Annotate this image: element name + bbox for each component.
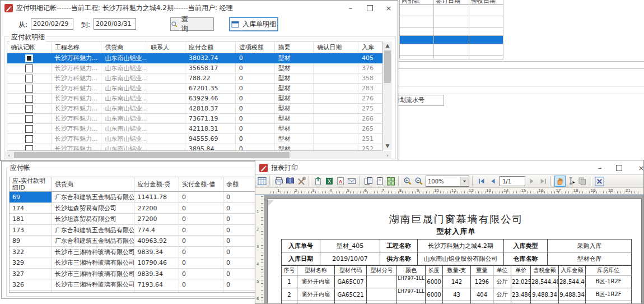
col-header[interactable]: 余额 [223, 177, 255, 192]
inbound-detail-button[interactable]: 入库单明细 [229, 17, 278, 31]
account-row[interactable]: 89广东合和建筑五金制品有限公司40963.9200 [10, 236, 255, 247]
background-grid-row[interactable] [400, 56, 503, 59]
account-row[interactable]: 69广东合和建筑五金制品有限公司11411.7800 [10, 192, 255, 203]
chevron-down-icon[interactable] [460, 177, 469, 186]
multi-page-layout-icon[interactable] [385, 176, 396, 187]
background-grid-row[interactable] [400, 16, 503, 27]
payable-row[interactable]: 长沙万科魅力...山东南山铝业...35658.170型材376 [7, 63, 382, 73]
datasheet-icon[interactable] [256, 176, 268, 187]
pdf-export-icon[interactable]: A [335, 176, 346, 187]
confirm-checkbox[interactable] [25, 95, 33, 103]
maximize-icon [616, 165, 622, 171]
confirm-checkbox[interactable] [25, 135, 33, 143]
zoom-level-combo[interactable]: 100% [426, 176, 469, 187]
confirm-checkbox[interactable] [25, 145, 33, 151]
col-header[interactable]: 应-实付款明细ID [10, 177, 52, 192]
close-preview-icon[interactable] [594, 176, 605, 187]
minimize-button[interactable]: – [342, 1, 360, 15]
payable-row[interactable]: 长沙万科魅力...山东南山铝业...73671.190型材266 [7, 114, 382, 124]
col-header[interactable]: 摘要 [275, 42, 314, 53]
scroll-left-icon[interactable]: ‹ [5, 151, 13, 159]
close-button[interactable]: × [380, 1, 398, 15]
confirm-checkbox[interactable] [25, 125, 33, 133]
book-icon[interactable] [284, 176, 296, 187]
app-pen-icon [4, 4, 13, 12]
col-header[interactable]: 签订日期 [434, 0, 469, 5]
col-header[interactable]: 确认记帐 [7, 42, 52, 53]
col-header[interactable]: 实付金额-借 [179, 177, 223, 192]
payable-row[interactable]: 长沙万科魅力...山东南山铝业...67201.350型材283 [7, 84, 382, 94]
account-row[interactable]: 327长沙市三湘特种玻璃有限公司9839.3400 [10, 269, 255, 280]
first-page-icon[interactable] [476, 176, 487, 187]
account-row[interactable]: 181长沙坦森贸易有限公司2720000 [10, 214, 255, 225]
account-row[interactable]: 长沙市三湘特种玻璃有限公司 [10, 291, 255, 293]
background-grid-row[interactable] [400, 44, 503, 56]
hand-pan-icon[interactable] [554, 176, 566, 187]
col-header[interactable]: 联系人 [147, 42, 185, 53]
col-header[interactable]: 入库 [358, 42, 382, 53]
query-button[interactable]: 查 询 [170, 17, 214, 31]
account-row[interactable]: 326长沙市三湘特种玻璃有限公司7193.6400 [10, 279, 255, 291]
scrollbar-thumb[interactable] [14, 152, 290, 158]
to-date-combo[interactable]: 2020/03/31 [94, 18, 136, 30]
report-info-body: 入库单号型材_405工程名称长沙万科魅力之城4.2期入库类型采购入库入库日期20… [282, 239, 632, 265]
copy-icon[interactable] [577, 176, 588, 187]
confirm-checkbox[interactable] [25, 115, 33, 123]
background-grid-row[interactable] [400, 27, 503, 36]
confirm-checkbox[interactable] [25, 105, 33, 113]
payable-row[interactable]: 长沙万科魅力...山东南山铝业...94555.690型材251 [7, 134, 382, 144]
account-row[interactable]: 329长沙市三湘特种玻璃有限公司10790.4600 [10, 257, 255, 269]
print-icon[interactable] [273, 176, 284, 187]
grid-cell: 长沙市三湘特种玻璃有限公司 [52, 269, 134, 280]
payable-row[interactable]: 长沙万科魅力...山东南山铝业...42818.370型材275 [7, 104, 382, 114]
confirm-checkbox[interactable] [25, 65, 33, 72]
maximize-button[interactable] [361, 1, 379, 15]
zoom-out-icon[interactable] [413, 176, 424, 187]
col-header[interactable]: 供货商 [52, 177, 134, 192]
payable-row[interactable]: 长沙万科魅力...山东南山铝业...788.220型材358 [7, 73, 382, 84]
minimize-button[interactable]: – [591, 160, 609, 175]
account-row[interactable]: 173广东合和建筑五金制品有限公司774.400 [10, 225, 255, 236]
scrollbar-thumb[interactable] [384, 50, 391, 83]
single-page-layout-icon[interactable] [374, 176, 385, 187]
from-date-combo[interactable]: 2020/02/29 [31, 18, 73, 30]
confirm-checkbox[interactable] [25, 75, 33, 82]
confirm-checkbox[interactable] [25, 85, 33, 93]
background-grid-row[interactable] [400, 5, 503, 16]
export-icon[interactable] [312, 176, 324, 187]
zoom-in-icon[interactable] [402, 176, 413, 187]
col-header[interactable]: 供货商 [101, 42, 147, 53]
close-button[interactable]: × [632, 160, 644, 175]
next-page-icon[interactable] [526, 176, 538, 187]
excel-export-icon[interactable]: X [324, 176, 335, 187]
col-header[interactable]: 确认日期 [314, 42, 358, 53]
scroll-up-icon[interactable]: ▲ [383, 42, 392, 49]
col-header[interactable]: 应付金额-贷 [134, 177, 179, 192]
payable-row[interactable]: 长沙万科魅力...山东南山铝业...3895.840型材252 [7, 144, 382, 151]
background-grid-row[interactable] [400, 36, 503, 44]
text-select-icon[interactable] [566, 176, 577, 187]
col-header[interactable]: 同价款 [400, 0, 434, 5]
scroll-down-icon[interactable]: ▼ [383, 142, 392, 150]
vertical-scrollbar[interactable]: ▲ ▼ [383, 42, 392, 150]
col-header[interactable]: 应付金额 [185, 42, 236, 53]
account-row[interactable]: 322长沙市三湘特种玻璃有限公司9839.3400 [10, 247, 255, 258]
scroll-right-icon[interactable]: › [384, 151, 391, 159]
prev-page-icon[interactable] [487, 176, 498, 187]
payable-row[interactable]: 长沙万科魅力...山东南山铝业...63929.460型材276 [7, 94, 382, 104]
col-header[interactable]: 进项税额 [236, 42, 275, 53]
col-header[interactable]: 工程名称 [52, 42, 102, 53]
plan-serial-field[interactable]: 计划流水号 [396, 95, 444, 106]
two-page-layout-icon[interactable] [363, 176, 374, 187]
mail-icon[interactable] [346, 176, 357, 187]
tools-icon[interactable] [296, 176, 307, 187]
maximize-button[interactable] [610, 160, 628, 175]
confirm-checkbox[interactable] [25, 54, 33, 62]
payable-row[interactable]: 长沙万科魅力...山东南山铝业...42118.310型材265 [7, 124, 382, 134]
last-page-icon[interactable] [538, 176, 549, 187]
account-row[interactable]: 174长沙坦森贸易有限公司2720000 [10, 203, 255, 214]
horizontal-scrollbar[interactable]: ‹ › [5, 151, 391, 159]
page-number-input[interactable]: 1/1 [500, 176, 525, 186]
col-header[interactable]: 验收日期 [469, 0, 503, 5]
payable-row[interactable]: 长沙万科魅力...山东南山铝业...38032.740型材405 [7, 53, 382, 63]
